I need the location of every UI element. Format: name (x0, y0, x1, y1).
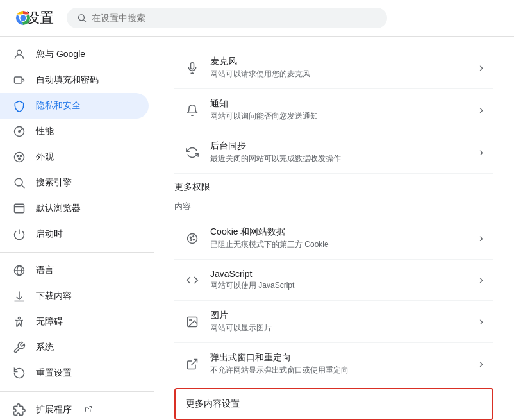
more-content-text: 更多内容设置 (186, 398, 482, 410)
sidebar-label-accessibility: 无障碍 (36, 316, 63, 328)
setting-item-cookie[interactable]: Cookie 和网站数据 已阻止无痕模式下的第三方 Cookie › (174, 217, 493, 260)
chrome-icon (13, 8, 33, 28)
setting-item-notification[interactable]: 通知 网站可以询问能否向您发送通知 › (174, 89, 493, 131)
power-icon (13, 228, 26, 240)
browser-icon (13, 202, 26, 215)
svg-point-25 (18, 317, 20, 319)
setting-item-mic[interactable]: 麦克风 网站可以请求使用您的麦克风 › (174, 47, 493, 89)
shield-icon (13, 99, 26, 112)
sidebar-item-search[interactable]: 搜索引擎 (0, 170, 149, 196)
setting-item-javascript[interactable]: JavaScript 网站可以使用 JavaScript › (174, 260, 493, 301)
header: 设置 (0, 0, 514, 37)
sidebar-item-autofill[interactable]: 自动填充和密码 (0, 67, 149, 93)
sidebar-item-accessibility[interactable]: 无障碍 (0, 309, 149, 335)
sidebar-label-reset: 重置设置 (36, 367, 72, 379)
sidebar-label-browser: 默认浏览器 (36, 203, 81, 214)
svg-point-14 (17, 155, 19, 157)
key-icon (13, 74, 26, 87)
cookie-title: Cookie 和网站数据 (210, 226, 469, 238)
sidebar-label-language: 语言 (36, 265, 54, 276)
sidebar-item-google[interactable]: 您与 Google (0, 42, 149, 67)
setting-text-popup: 弹出式窗口和重定向 不允许网站显示弹出式窗口或使用重定向 (210, 352, 469, 376)
chevron-right-icon-4: › (479, 231, 483, 245)
mic-title: 麦克风 (210, 56, 469, 67)
chevron-right-icon-3: › (479, 146, 483, 159)
sidebar-label-startup: 启动时 (36, 228, 63, 240)
svg-point-13 (15, 153, 24, 162)
sync-desc: 最近关闭的网站可以完成数据收发操作 (210, 153, 469, 164)
cookie-desc: 已阻止无痕模式下的第三方 Cookie (210, 239, 469, 250)
chevron-right-icon-7: › (479, 357, 483, 371)
more-content-settings-item[interactable]: 更多内容设置 (174, 388, 493, 420)
sidebar-label-privacy: 隐私和安全 (36, 100, 81, 112)
sidebar-label-google: 您与 Google (36, 49, 85, 60)
chevron-right-icon-2: › (479, 103, 483, 117)
svg-point-12 (19, 131, 21, 133)
svg-rect-28 (191, 62, 194, 69)
sidebar-item-appearance[interactable]: 外观 (0, 144, 149, 170)
chevron-right-icon: › (479, 61, 483, 74)
setting-item-sync[interactable]: 后台同步 最近关闭的网站可以完成数据收发操作 › (174, 131, 493, 174)
wrench-icon (13, 341, 26, 354)
sync-title: 后台同步 (210, 140, 469, 152)
sidebar-item-reset[interactable]: 重置设置 (0, 360, 149, 386)
cookie-icon (185, 231, 200, 246)
setting-text-cookie: Cookie 和网站数据 已阻止无痕模式下的第三方 Cookie (210, 226, 469, 250)
code-icon (185, 273, 200, 288)
search-input[interactable] (92, 13, 377, 23)
sidebar-item-system[interactable]: 系统 (0, 335, 149, 360)
notification-desc: 网站可以询问能否向您发送通知 (210, 111, 469, 122)
popup-icon (185, 357, 200, 372)
sidebar-item-browser[interactable]: 默认浏览器 (0, 196, 149, 221)
sidebar-divider-1 (0, 252, 154, 253)
sidebar-item-extensions[interactable]: 扩展程序 (0, 397, 149, 420)
setting-text-sync: 后台同步 最近关闭的网站可以完成数据收发操作 (210, 140, 469, 164)
setting-text-notification: 通知 网站可以询问能否向您发送通知 (210, 98, 469, 122)
svg-point-6 (21, 15, 26, 21)
search-bar[interactable] (67, 8, 387, 28)
images-title: 图片 (210, 310, 469, 321)
svg-point-7 (79, 15, 85, 21)
sidebar-item-language[interactable]: 语言 (0, 258, 149, 283)
popup-title: 弹出式窗口和重定向 (210, 352, 469, 364)
svg-point-31 (188, 233, 197, 243)
setting-item-images[interactable]: 图片 网站可以显示图片 › (174, 301, 493, 343)
svg-point-35 (191, 239, 192, 240)
mic-icon (185, 60, 200, 76)
svg-point-37 (190, 319, 192, 321)
reset-icon (13, 367, 26, 380)
setting-text-images: 图片 网站可以显示图片 (210, 310, 469, 333)
sidebar-item-privacy[interactable]: 隐私和安全 (0, 93, 149, 119)
svg-point-15 (20, 155, 22, 157)
notification-title: 通知 (210, 98, 469, 110)
svg-point-16 (19, 158, 21, 160)
sidebar-label-system: 系统 (36, 342, 54, 353)
svg-point-34 (194, 239, 195, 240)
svg-point-32 (190, 237, 192, 238)
svg-point-33 (193, 235, 194, 237)
sidebar-item-performance[interactable]: 性能 (0, 119, 149, 144)
svg-line-8 (83, 20, 85, 22)
content-section-label: 内容 (174, 201, 493, 212)
setting-item-popup[interactable]: 弹出式窗口和重定向 不允许网站显示弹出式窗口或使用重定向 › (174, 343, 493, 385)
setting-text-mic: 麦克风 网站可以请求使用您的麦克风 (210, 56, 469, 80)
sidebar: 您与 Google 自动填充和密码 隐私和安全 性能 外观 (0, 37, 154, 420)
svg-line-26 (88, 406, 92, 410)
sidebar-item-startup[interactable]: 启动时 (0, 221, 149, 247)
bell-icon (185, 103, 200, 118)
sidebar-label-extensions: 扩展程序 (36, 404, 72, 416)
setting-text-javascript: JavaScript 网站可以使用 JavaScript (210, 269, 469, 291)
mic-desc: 网站可以请求使用您的麦克风 (210, 69, 469, 80)
accessibility-icon (13, 315, 26, 328)
sync-icon (185, 145, 200, 160)
sidebar-label-download: 下载内容 (36, 290, 72, 302)
sidebar-label-search: 搜索引擎 (36, 177, 72, 189)
svg-point-9 (17, 50, 22, 55)
svg-line-18 (22, 185, 25, 189)
download-icon (13, 290, 26, 303)
sidebar-label-autofill: 自动填充和密码 (36, 74, 99, 86)
more-permissions-label: 更多权限 (174, 174, 493, 196)
svg-rect-10 (15, 77, 22, 83)
sidebar-item-download[interactable]: 下载内容 (0, 283, 149, 309)
external-link-icon (85, 405, 92, 415)
